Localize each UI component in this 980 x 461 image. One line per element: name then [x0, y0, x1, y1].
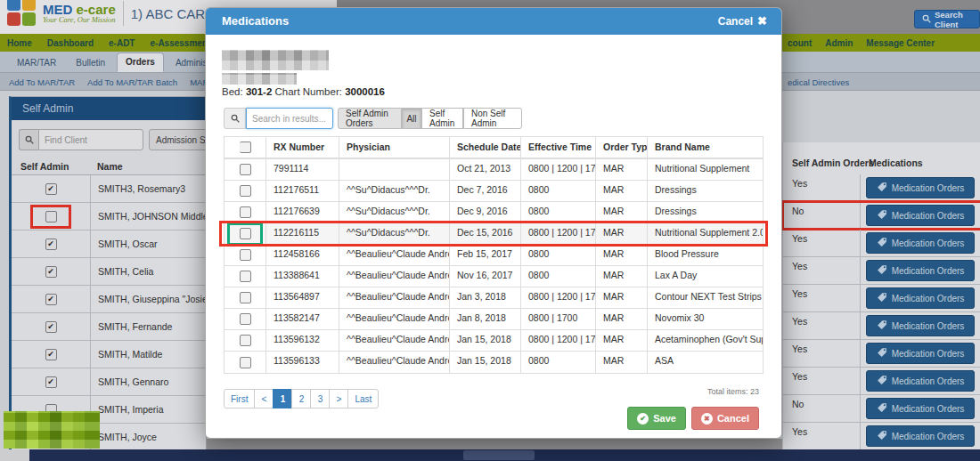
- modal-title: Medications: [222, 8, 289, 35]
- logo-ecare: e-care: [77, 2, 116, 17]
- find-client-input[interactable]: [38, 129, 143, 150]
- self-admin-checkbox[interactable]: [45, 266, 57, 278]
- page-last-button[interactable]: Last: [347, 389, 379, 408]
- nav-item-admin[interactable]: Admin: [825, 38, 853, 48]
- medication-orders-label: Medication Orders: [892, 349, 965, 359]
- select-all-checkbox[interactable]: [240, 142, 251, 153]
- highlight-box: [230, 289, 260, 307]
- medical-directives-link[interactable]: edical Directives: [788, 77, 849, 87]
- medication-checkbox[interactable]: [240, 249, 251, 261]
- tag-icon: [877, 430, 887, 442]
- page-first-button[interactable]: First: [224, 389, 255, 408]
- self-admin-orders-filter-button[interactable]: Self Admin Orders: [338, 108, 402, 129]
- medication-orders-button[interactable]: Medication Orders: [866, 398, 975, 419]
- effective-time: 0800 | 1200 | 1700: [520, 287, 595, 308]
- client-orders-row: No Medication Orders: [783, 395, 980, 423]
- modal-header: Medications Cancel ✖: [206, 8, 781, 35]
- logo-med: MED: [43, 2, 72, 17]
- filter-self-admin-button[interactable]: Self Admin: [421, 108, 463, 129]
- medication-orders-button[interactable]: Medication Orders: [866, 177, 975, 198]
- effective-time: 0800: [520, 245, 595, 265]
- client-orders-row: Yes Medication Orders: [783, 257, 980, 285]
- client-name: SMITH, Oscar: [90, 230, 206, 257]
- physician: ^^Su^Didacus^^^Dr.: [339, 202, 449, 222]
- self-admin-checkbox[interactable]: [45, 239, 57, 250]
- page-1-button[interactable]: 1: [273, 389, 292, 408]
- medication-orders-button[interactable]: Medication Orders: [866, 370, 975, 392]
- self-admin-checkbox[interactable]: [45, 211, 57, 222]
- filter-all-button[interactable]: All: [402, 108, 421, 129]
- medication-orders-label: Medication Orders: [892, 183, 965, 193]
- medication-checkbox[interactable]: [240, 357, 251, 368]
- save-button[interactable]: ✔ Save: [627, 407, 686, 430]
- medication-orders-button[interactable]: Medication Orders: [866, 205, 975, 226]
- filter-non-self-admin-button[interactable]: Non Self Admin: [463, 108, 522, 129]
- medication-orders-label: Medication Orders: [892, 404, 965, 414]
- horizontal-scrollbar[interactable]: [29, 449, 980, 461]
- medication-orders-button[interactable]: Medication Orders: [866, 315, 975, 336]
- admission-status-button[interactable]: Admission Statu: [149, 129, 207, 150]
- client-name: SMITH3, Rosemary3: [90, 175, 206, 202]
- brand-name: Lax A Day: [647, 266, 763, 287]
- medication-checkbox[interactable]: [240, 313, 251, 325]
- self-admin-orders-value: Yes: [783, 174, 860, 201]
- cancel-button[interactable]: ✖ Cancel: [691, 407, 759, 430]
- brand-name: Dressings: [647, 202, 763, 222]
- medication-checkbox[interactable]: [240, 335, 251, 346]
- scrollbar-thumb[interactable]: [463, 450, 535, 460]
- tag-icon: [877, 209, 887, 222]
- tab-mar-tar[interactable]: MAR/TAR: [9, 54, 64, 72]
- client-row: SMITH, Matilde: [12, 341, 206, 368]
- self-admin-orders-value: Yes: [783, 340, 860, 367]
- medication-checkbox[interactable]: [240, 271, 251, 282]
- search-client-button[interactable]: Search Client: [914, 10, 980, 28]
- client-orders-row: Yes Medication Orders: [783, 340, 980, 368]
- redacted-patient-name: [222, 50, 329, 70]
- medication-orders-button[interactable]: Medication Orders: [866, 343, 975, 364]
- modal-search-row: Self Admin Orders All Self Admin Non Sel…: [206, 108, 781, 129]
- medication-checkbox[interactable]: [240, 228, 251, 239]
- client-orders-row: Yes Medication Orders: [783, 174, 980, 202]
- self-admin-checkbox[interactable]: [45, 321, 57, 333]
- page-next-button[interactable]: >: [329, 389, 348, 408]
- medication-checkbox[interactable]: [240, 292, 251, 303]
- highlight-box: [30, 370, 71, 394]
- nav-item-account[interactable]: count: [788, 38, 812, 48]
- medication-rows: 7991114 Oct 21, 2013 0800 | 1200 | 1700 …: [225, 159, 763, 373]
- tab-orders[interactable]: Orders: [117, 53, 164, 72]
- self-admin-checkbox[interactable]: [45, 376, 57, 388]
- medication-orders-button[interactable]: Medication Orders: [866, 232, 975, 254]
- medication-orders-button[interactable]: Medication Orders: [866, 425, 975, 447]
- self-admin-orders-value: Yes: [783, 312, 860, 339]
- medication-row: 113596133 ^^Beaulieu^Claude Andre^^^Dr. …: [225, 352, 763, 373]
- tag-icon: [877, 375, 887, 387]
- medication-checkbox[interactable]: [240, 185, 251, 197]
- tab-bulletin[interactable]: Bulletin: [68, 54, 113, 72]
- page-3-button[interactable]: 3: [310, 389, 330, 408]
- self-admin-checkbox[interactable]: [45, 183, 57, 195]
- rx-number: 112176511: [265, 181, 339, 201]
- rx-number: 112458166: [265, 245, 339, 265]
- medication-checkbox[interactable]: [240, 206, 251, 218]
- self-admin-checkbox[interactable]: [45, 294, 57, 305]
- medication-orders-button[interactable]: Medication Orders: [866, 260, 975, 281]
- modal-cancel-close[interactable]: Cancel ✖: [718, 8, 767, 35]
- search-in-results-input[interactable]: [246, 108, 333, 129]
- medication-orders-button[interactable]: Medication Orders: [866, 287, 975, 309]
- divider: [123, 1, 124, 26]
- medication-row: 7991114 Oct 21, 2013 0800 | 1200 | 1700 …: [225, 159, 763, 181]
- nav-item-home[interactable]: Home: [7, 38, 32, 48]
- add-to-martar-link[interactable]: Add To MAR/TAR: [9, 77, 75, 87]
- self-admin-checkbox[interactable]: [45, 349, 57, 360]
- page-prev-button[interactable]: <: [254, 389, 274, 408]
- page-2-button[interactable]: 2: [291, 389, 311, 408]
- client-row: SMITH, Gennaro: [12, 368, 206, 396]
- physician: [339, 159, 449, 180]
- medication-checkbox[interactable]: [240, 164, 251, 175]
- nav-item-message-center[interactable]: Message Center: [866, 38, 935, 48]
- add-to-martar-batch-link[interactable]: Add To MAR/TAR Batch: [87, 77, 177, 87]
- app-window: MED e-care Your Care, Our Mission 1) ABC…: [0, 0, 980, 461]
- nav-item-dashboard[interactable]: Dashboard: [47, 38, 94, 48]
- client-row: SMITH, Giuseppina "Josie": [12, 286, 206, 313]
- nav-item-eadt[interactable]: e-ADT: [109, 38, 135, 48]
